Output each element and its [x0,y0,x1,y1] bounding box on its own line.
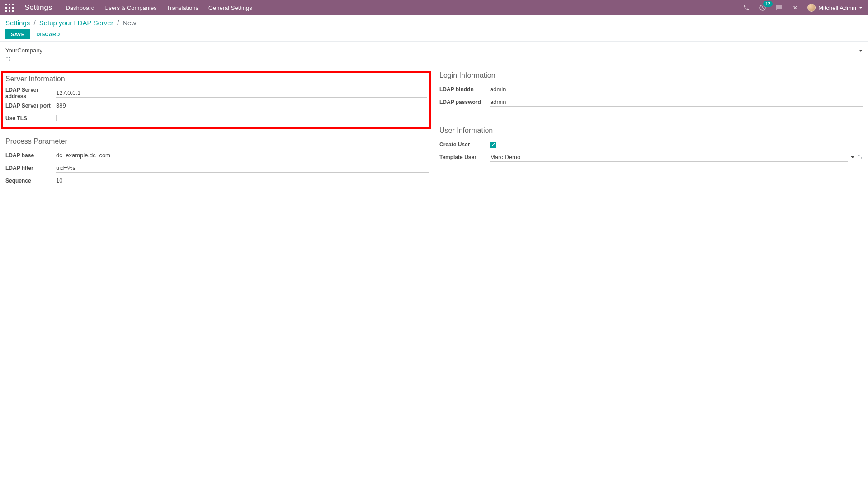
chevron-down-icon [859,7,863,9]
menu-users-companies[interactable]: Users & Companies [104,5,157,11]
chevron-down-icon[interactable] [851,156,854,158]
use-tls-checkbox[interactable] [56,115,62,121]
group-title: Process Parameter [5,137,429,145]
group-title: Server Information [5,75,427,83]
group-title: User Information [439,127,863,135]
ldap-server-address-input[interactable] [56,89,427,98]
login-information-group: Login Information LDAP binddn LDAP passw… [439,71,863,108]
close-icon[interactable] [791,4,799,12]
menu-translations[interactable]: Translations [167,5,198,11]
menu-general-settings[interactable]: General Settings [208,5,252,11]
group-title: Login Information [439,71,863,80]
user-name: Mitchell Admin [818,5,856,11]
breadcrumb: Settings / Setup your LDAP Server / New [5,19,863,27]
ldap-base-input[interactable] [56,151,429,160]
process-parameter-group: Process Parameter LDAP base LDAP filter … [5,137,429,187]
field-label: LDAP Server port [5,103,56,109]
save-button[interactable]: SAVE [5,29,30,39]
field-label: LDAP base [5,152,56,159]
sequence-input[interactable] [56,176,429,185]
messages-icon[interactable] [775,4,783,12]
activities-badge: 12 [763,1,773,7]
discard-button[interactable]: DISCARD [34,29,61,39]
control-panel: Settings / Setup your LDAP Server / New … [0,15,868,42]
top-menu: Dashboard Users & Companies Translations… [66,5,252,11]
breadcrumb-parent[interactable]: Setup your LDAP Server [39,19,113,27]
user-information-group: User Information Create User Template Us… [439,127,863,164]
ldap-password-input[interactable] [490,98,863,107]
server-information-group: Server Information LDAP Server address L… [1,71,431,129]
ldap-binddn-input[interactable] [490,85,863,94]
company-input[interactable] [5,47,859,54]
field-label: Sequence [5,178,56,184]
field-label: Create User [439,141,490,148]
top-navbar: Settings Dashboard Users & Companies Tra… [0,0,868,15]
ldap-filter-input[interactable] [56,164,429,173]
template-user-input[interactable] [490,153,848,162]
voip-icon[interactable] [742,4,750,12]
breadcrumb-current: New [123,19,136,27]
field-label: LDAP password [439,99,490,105]
company-field[interactable] [5,47,863,55]
field-label: LDAP binddn [439,86,490,93]
user-menu[interactable]: Mitchell Admin [807,4,863,12]
external-link-icon[interactable] [857,154,863,161]
field-label: LDAP filter [5,165,56,171]
field-label: Use TLS [5,115,56,122]
create-user-checkbox[interactable] [490,142,496,148]
apps-icon[interactable] [5,4,14,12]
app-title: Settings [24,3,52,12]
avatar [807,4,816,12]
form-sheet: Server Information LDAP Server address L… [0,42,868,195]
external-link-icon[interactable] [5,56,11,63]
activities-icon[interactable]: 12 [759,4,767,12]
breadcrumb-root[interactable]: Settings [5,19,30,27]
field-label: Template User [439,154,490,160]
field-label: LDAP Server address [5,87,56,99]
menu-dashboard[interactable]: Dashboard [66,5,94,11]
topnav-systray: 12 Mitchell Admin [742,4,863,12]
chevron-down-icon[interactable] [859,50,863,52]
ldap-server-port-input[interactable] [56,101,427,110]
